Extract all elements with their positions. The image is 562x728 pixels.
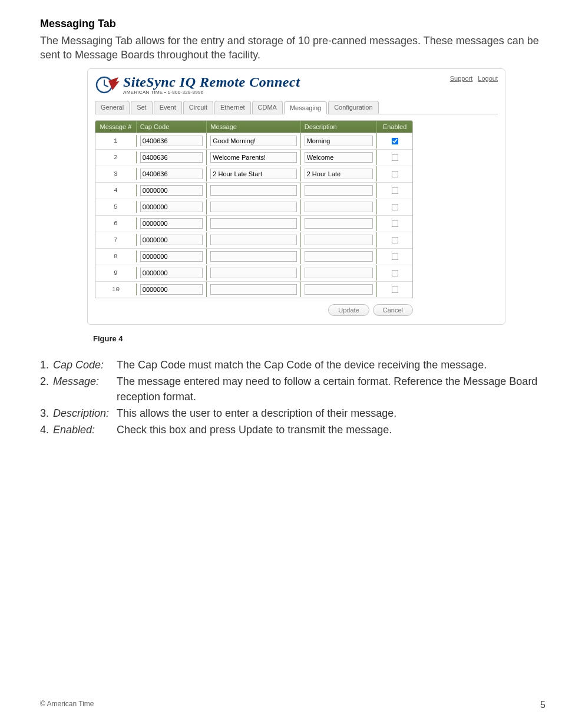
- table-row: 1: [95, 133, 412, 149]
- messaging-table: Message # Cap Code Message Description E…: [95, 120, 413, 298]
- row-number: 3: [95, 168, 137, 180]
- message-input[interactable]: [210, 251, 296, 262]
- message-input[interactable]: [210, 152, 296, 163]
- tab-cdma[interactable]: CDMA: [252, 101, 283, 114]
- tab-messaging[interactable]: Messaging: [284, 101, 327, 114]
- row-number: 2: [95, 151, 137, 163]
- cap-code-input[interactable]: [140, 136, 203, 146]
- definition-desc: This allows the user to enter a descript…: [117, 406, 551, 421]
- row-number: 4: [95, 185, 137, 196]
- cap-code-input[interactable]: [140, 202, 203, 212]
- description-input[interactable]: [305, 218, 373, 229]
- cap-code-input[interactable]: [140, 185, 203, 196]
- tab-bar: GeneralSetEventCircuitEthernetCDMAMessag…: [95, 101, 498, 114]
- cap-code-input[interactable]: [140, 284, 203, 295]
- section-intro: The Messaging Tab allows for the entry a…: [40, 34, 551, 62]
- definition-number: 4.: [40, 422, 53, 437]
- product-name: SiteSync IQ Remote Connect: [123, 75, 300, 89]
- definition-desc: Check this box and press Update to trans…: [117, 422, 551, 437]
- cap-code-input[interactable]: [140, 152, 203, 163]
- message-input[interactable]: [210, 185, 296, 196]
- table-row: 10: [95, 281, 412, 298]
- description-input[interactable]: [305, 152, 373, 163]
- description-input[interactable]: [305, 185, 373, 196]
- app-screenshot: SiteSync IQ Remote Connect AMERICAN TIME…: [87, 68, 505, 325]
- header-enabled: Enabled: [377, 121, 412, 133]
- definition-term: Message:: [53, 374, 117, 389]
- enabled-checkbox[interactable]: [392, 253, 399, 260]
- support-link[interactable]: Support: [450, 75, 473, 82]
- description-input[interactable]: [305, 136, 373, 146]
- header-cap-code: Cap Code: [137, 121, 207, 133]
- table-row: 9: [95, 265, 412, 281]
- definition-term: Cap Code:: [53, 357, 117, 373]
- definition-term: Description:: [53, 406, 117, 421]
- clock-icon: [95, 75, 120, 95]
- message-input[interactable]: [210, 169, 296, 179]
- enabled-checkbox[interactable]: [392, 269, 399, 276]
- definition-number: 1.: [40, 357, 53, 373]
- message-input[interactable]: [210, 284, 296, 295]
- description-input[interactable]: [305, 251, 373, 262]
- table-header-row: Message # Cap Code Message Description E…: [95, 121, 412, 133]
- definition-desc: The message entered may need to follow a…: [117, 374, 551, 404]
- row-number: 9: [95, 267, 137, 279]
- update-button[interactable]: Update: [328, 304, 369, 316]
- tab-event[interactable]: Event: [154, 101, 182, 114]
- header-message: Message: [207, 121, 300, 133]
- svg-line-2: [104, 85, 108, 87]
- enabled-checkbox[interactable]: [392, 137, 399, 144]
- definition-number: 2.: [40, 374, 53, 389]
- tab-general[interactable]: General: [95, 101, 130, 114]
- cap-code-input[interactable]: [140, 251, 203, 262]
- enabled-checkbox[interactable]: [392, 187, 399, 194]
- cap-code-input[interactable]: [140, 218, 203, 229]
- table-row: 6: [95, 215, 412, 232]
- table-row: 2: [95, 149, 412, 166]
- definition-term: Enabled:: [53, 422, 117, 437]
- definition-desc: The Cap Code must match the Cap Code of …: [117, 357, 551, 373]
- tab-ethernet[interactable]: Ethernet: [214, 101, 251, 114]
- header-description: Description: [301, 121, 378, 133]
- tab-configuration[interactable]: Configuration: [328, 101, 378, 114]
- tab-circuit[interactable]: Circuit: [183, 101, 213, 114]
- definition-row: 1.Cap Code:The Cap Code must match the C…: [40, 357, 551, 373]
- tab-set[interactable]: Set: [131, 101, 153, 114]
- description-input[interactable]: [305, 202, 373, 212]
- logout-link[interactable]: Logout: [478, 75, 498, 82]
- enabled-checkbox[interactable]: [392, 286, 399, 293]
- message-input[interactable]: [210, 202, 296, 212]
- definition-row: 2.Message:The message entered may need t…: [40, 374, 551, 404]
- header-message-num: Message #: [95, 121, 137, 133]
- section-title: Messaging Tab: [40, 18, 551, 30]
- table-row: 7: [95, 232, 412, 248]
- enabled-checkbox[interactable]: [392, 236, 399, 243]
- cap-code-input[interactable]: [140, 235, 203, 245]
- row-number: 10: [95, 284, 137, 295]
- enabled-checkbox[interactable]: [392, 154, 399, 161]
- description-input[interactable]: [305, 284, 373, 295]
- row-number: 1: [95, 135, 137, 147]
- cap-code-input[interactable]: [140, 169, 203, 179]
- description-input[interactable]: [305, 235, 373, 245]
- cancel-button[interactable]: Cancel: [373, 304, 413, 316]
- table-row: 4: [95, 182, 412, 199]
- header-links: Support Logout: [447, 75, 498, 82]
- definition-row: 4.Enabled:Check this box and press Updat…: [40, 422, 551, 437]
- table-row: 5: [95, 199, 412, 215]
- description-input[interactable]: [305, 268, 373, 278]
- enabled-checkbox[interactable]: [392, 170, 399, 177]
- definition-list: 1.Cap Code:The Cap Code must match the C…: [40, 357, 551, 437]
- message-input[interactable]: [210, 268, 296, 278]
- row-number: 8: [95, 251, 137, 262]
- message-input[interactable]: [210, 136, 296, 146]
- enabled-checkbox[interactable]: [392, 203, 399, 210]
- message-input[interactable]: [210, 235, 296, 245]
- row-number: 7: [95, 234, 137, 246]
- app-logo: SiteSync IQ Remote Connect AMERICAN TIME…: [95, 75, 300, 95]
- description-input[interactable]: [305, 169, 373, 179]
- footer-copyright: © American Time: [40, 700, 94, 710]
- message-input[interactable]: [210, 218, 296, 229]
- cap-code-input[interactable]: [140, 268, 203, 278]
- enabled-checkbox[interactable]: [392, 220, 399, 227]
